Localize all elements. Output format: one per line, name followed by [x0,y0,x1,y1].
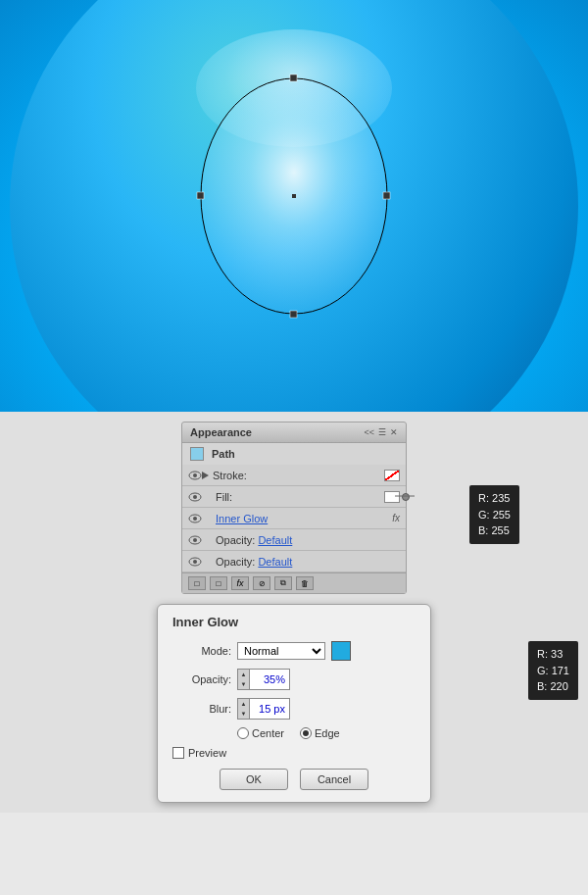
opacity-label: Opacity: [172,673,231,685]
stroke-row: Stroke: [182,465,406,486]
appearance-panel-title: Appearance [190,426,252,438]
opacity2-value[interactable]: Default [258,556,292,568]
panel-close-icon[interactable]: ✕ [390,427,398,437]
stroke-color-swatch[interactable] [384,470,400,481]
opacity1-value[interactable]: Default [258,534,292,546]
copy-icon[interactable]: ⧉ [274,576,292,590]
stroke-expand-icon[interactable] [202,472,209,479]
opacity-row: Opacity: ▲ ▼ 35% [172,669,416,690]
svg-point-16 [193,560,197,564]
fill-color-tooltip: R: 235 G: 255 B: 255 [469,485,519,544]
edge-option[interactable]: Edge [300,727,340,739]
bottom-panel: Appearance << ☰ ✕ Path St [0,412,588,813]
fill-row: Fill: [182,486,406,508]
fill-tooltip-b: B: 255 [478,522,511,539]
mode-select[interactable]: Normal [237,642,325,660]
new-art-icon[interactable]: □ [188,576,206,590]
opacity-up-arrow[interactable]: ▲ [238,670,249,679]
edge-radio[interactable] [300,727,312,739]
appearance-panel: Appearance << ☰ ✕ Path St [181,422,407,594]
fx-footer-icon[interactable]: fx [231,576,249,590]
opacity2-label: Opacity: Default [216,556,400,568]
inner-glow-tooltip-b: B: 220 [537,678,569,695]
appearance-panel-header: Appearance << ☰ ✕ [182,423,406,443]
ok-button[interactable]: OK [220,769,288,790]
inner-glow-tooltip-r: R: 33 [537,646,569,663]
opacity1-label: Opacity: Default [216,534,400,546]
clear-icon[interactable]: ⊘ [253,576,270,590]
svg-point-8 [193,473,197,477]
inner-glow-row: Inner Glow fx [182,508,406,529]
svg-point-14 [193,538,197,542]
fill-label: Fill: [216,491,384,503]
opacity1-visibility-icon[interactable] [188,535,202,545]
panel-menu-icon[interactable]: ☰ [378,427,386,437]
mode-row: Mode: Normal [172,641,416,661]
dialog-buttons: OK Cancel [172,769,416,790]
inner-glow-color-tooltip: R: 33 G: 171 B: 220 [528,641,578,700]
fx-label: fx [392,513,400,523]
inner-glow-dialog: Inner Glow Mode: Normal Opacity: ▲ ▼ 35% [157,604,431,803]
blur-label: Blur: [172,703,231,715]
opacity-value[interactable]: 35% [250,671,289,687]
duplicate-icon[interactable]: □ [210,576,227,590]
stroke-visibility-icon[interactable] [188,471,202,480]
center-radio[interactable] [237,727,249,739]
panel-controls: << ☰ ✕ [364,427,398,437]
stroke-label: Stroke: [213,470,384,481]
fill-tooltip-r: R: 235 [478,490,511,507]
opacity-spinner[interactable]: ▲ ▼ 35% [237,669,290,690]
inner-glow-tooltip-g: G: 171 [537,663,569,679]
svg-point-10 [193,495,197,499]
preview-checkbox[interactable] [172,747,184,759]
inner-glow-visibility-icon[interactable] [188,514,202,523]
glow-color-swatch[interactable] [331,641,351,661]
appearance-footer: □ □ fx ⊘ ⧉ 🗑 [182,572,406,593]
opacity2-visibility-icon[interactable] [188,557,202,567]
preview-row: Preview [172,747,416,759]
canvas-area [0,0,588,412]
fill-connector-line [395,495,415,497]
selected-ellipse[interactable] [186,59,402,333]
path-label: Path [212,448,235,460]
preview-label: Preview [188,747,226,759]
center-option[interactable]: Center [237,727,284,739]
dialog-title: Inner Glow [172,615,416,629]
svg-rect-5 [383,192,390,199]
blur-down-arrow[interactable]: ▼ [238,709,249,719]
center-edge-row: Center Edge [237,727,416,739]
opacity2-row: Opacity: Default [182,551,406,572]
blur-row: Blur: ▲ ▼ 15 px [172,698,416,720]
opacity-down-arrow[interactable]: ▼ [238,679,249,689]
svg-rect-2 [290,75,297,81]
path-label-row: Path [182,443,406,465]
blur-spinner[interactable]: ▲ ▼ 15 px [237,698,290,720]
inner-glow-label[interactable]: Inner Glow [216,513,388,524]
svg-rect-4 [197,192,204,199]
blur-value[interactable]: 15 px [250,701,289,717]
panel-collapse-icon[interactable]: << [364,427,374,437]
center-label: Center [252,727,284,739]
blur-up-arrow[interactable]: ▲ [238,699,249,709]
inner-glow-dialog-wrapper: Inner Glow Mode: Normal Opacity: ▲ ▼ 35% [0,604,588,803]
path-color-swatch [190,447,204,461]
edge-label: Edge [315,727,340,739]
delete-icon[interactable]: 🗑 [296,576,314,590]
svg-rect-6 [292,194,296,198]
mode-label: Mode: [172,645,231,657]
opacity1-row: Opacity: Default [182,529,406,551]
fill-tooltip-g: G: 255 [478,507,511,523]
svg-rect-3 [290,311,297,318]
svg-point-12 [193,517,197,521]
cancel-button[interactable]: Cancel [300,769,368,790]
fill-visibility-icon[interactable] [188,492,202,502]
